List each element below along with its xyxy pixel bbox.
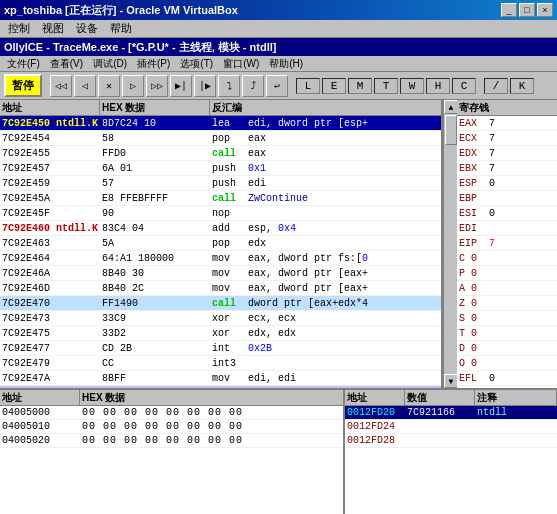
disasm-row[interactable]: 7C92E45F 90 nop (0, 206, 441, 221)
stack-row[interactable]: 0012FD24 (345, 420, 557, 434)
stack-row[interactable]: 0012FD28 (345, 434, 557, 448)
mem-hex: 00 00 00 00 00 00 00 00 (80, 435, 343, 446)
disasm-hex: 8D7C24 10 (100, 118, 210, 129)
disasm-row[interactable]: 7C92E45A E8 FFEBFFFF call ZwContinue (0, 191, 441, 206)
toolbar-btn-4[interactable]: ▷ (122, 75, 144, 97)
toolbar-btn-10[interactable]: ↩ (266, 75, 288, 97)
mem-row[interactable]: 04005000 00 00 00 00 00 00 00 00 (0, 406, 343, 420)
reg-row: ECX7 (457, 131, 557, 146)
virtualbox-menubar: 控制 视图 设备 帮助 (0, 20, 557, 38)
disasm-row[interactable]: 7C92E475 33D2 xor edx, edx (0, 326, 441, 341)
menu-control[interactable]: 控制 (2, 20, 36, 37)
stack-row[interactable]: 0012FD20 7C921166 ntdll (345, 406, 557, 420)
toolbar-label-m[interactable]: M (348, 78, 372, 94)
menu-view[interactable]: 视图 (36, 20, 70, 37)
reg-row: ESP0 (457, 176, 557, 191)
disasm-row[interactable]: 7C92E454 58 pop eax (0, 131, 441, 146)
disasm-row[interactable]: 7C92E457 6A 01 push 0x1 (0, 161, 441, 176)
disasm-row[interactable]: 7C92E473 33C9 xor ecx, ecx (0, 311, 441, 326)
toolbar-btn-2[interactable]: ◁ (74, 75, 96, 97)
toolbar-label-k[interactable]: K (510, 78, 534, 94)
disasm-row[interactable]: 7C92E455 FFD0 call eax (0, 146, 441, 161)
toolbar-label-c[interactable]: C (452, 78, 476, 94)
submenu-debug[interactable]: 调试(D) (88, 57, 132, 71)
disasm-hex: 90 (100, 208, 210, 219)
toolbar-btn-9[interactable]: ⤴ (242, 75, 264, 97)
disasm-addr: 7C92E479 (0, 358, 100, 369)
scroll-down[interactable]: ▼ (444, 374, 458, 388)
maximize-button[interactable]: □ (519, 3, 535, 17)
disasm-addr: 7C92E463 (0, 238, 100, 249)
menu-help[interactable]: 帮助 (104, 20, 138, 37)
submenu-options[interactable]: 选项(T) (175, 57, 218, 71)
reg-row: EBP (457, 191, 557, 206)
disasm-row[interactable]: 7C92E463 5A pop edx (0, 236, 441, 251)
disasm-hex: 33C9 (100, 313, 210, 324)
disasm-asm: lea edi, dword ptr [esp+ (210, 118, 441, 129)
disasm-asm: pop edx (210, 238, 441, 249)
reg-row: EFL0 (457, 371, 557, 386)
reg-row: EAX7 (457, 116, 557, 131)
toolbar-label-w[interactable]: W (400, 78, 424, 94)
scroll-track[interactable] (444, 114, 457, 374)
disasm-asm: int 0x2B (210, 343, 441, 354)
close-button[interactable]: × (537, 3, 553, 17)
disasm-row[interactable]: 7C92E47A 8BFF mov edi, edi (0, 371, 441, 386)
disasm-asm: mov eax, dword ptr fs:[0 (210, 253, 441, 264)
disasm-addr: 7C92E477 (0, 343, 100, 354)
scroll-up[interactable]: ▲ (444, 100, 458, 114)
toolbar-btn-7[interactable]: |▶ (194, 75, 216, 97)
toolbar-label-l[interactable]: L (296, 78, 320, 94)
disasm-row[interactable]: 7C92E47C ntdll.K 8B4C24 04 mov ecx, dwor… (0, 386, 441, 388)
reg-row: EBX7 (457, 161, 557, 176)
mem-row[interactable]: 04005010 00 00 00 00 00 00 00 00 (0, 420, 343, 434)
stack-val: 7C921166 (405, 407, 475, 418)
toolbar-btn-6[interactable]: ▶| (170, 75, 192, 97)
reg-row: EDX7 (457, 146, 557, 161)
disasm-row[interactable]: 7C92E460 ntdll.K 83C4 04 add esp, 0x4 (0, 221, 441, 236)
disasm-header: 地址 HEX 数据 反汇编 (0, 100, 441, 116)
minimize-button[interactable]: _ (501, 3, 517, 17)
disasm-row[interactable]: 7C92E479 CC int3 (0, 356, 441, 371)
submenu-file[interactable]: 文件(F) (2, 57, 45, 71)
disasm-addr: 7C92E46D (0, 283, 100, 294)
disasm-hex: 8B40 30 (100, 268, 210, 279)
disasm-addr: 7C92E460 ntdll.K (0, 223, 100, 234)
disasm-hex: CD 2B (100, 343, 210, 354)
disasm-scrollbar[interactable]: ▲ ▼ (443, 100, 457, 388)
toolbar-btn-5[interactable]: ▷▷ (146, 75, 168, 97)
disasm-asm: push 0x1 (210, 163, 441, 174)
disasm-row[interactable]: 7C92E450 ntdll.K 8D7C24 10 lea edi, dwor… (0, 116, 441, 131)
toolbar: 暂停 ◁◁ ◁ ✕ ▷ ▷▷ ▶| |▶ ⤵ ⤴ ↩ L E M T W H C… (0, 72, 557, 100)
disasm-row[interactable]: 7C92E470 FF1490 call dword ptr [eax+edx*… (0, 296, 441, 311)
toolbar-label-slash[interactable]: / (484, 78, 508, 94)
submenu-window[interactable]: 窗口(W) (218, 57, 264, 71)
toolbar-label-e[interactable]: E (322, 78, 346, 94)
mem-row[interactable]: 04005020 00 00 00 00 00 00 00 00 (0, 434, 343, 448)
stop-button[interactable]: 暂停 (4, 74, 42, 97)
disasm-hex: 8BFF (100, 373, 210, 384)
disasm-row[interactable]: 7C92E46A 8B40 30 mov eax, dword ptr [eax… (0, 266, 441, 281)
submenu-view[interactable]: 查看(V) (45, 57, 88, 71)
disasm-addr: 7C92E457 (0, 163, 100, 174)
toolbar-btn-8[interactable]: ⤵ (218, 75, 240, 97)
scroll-thumb[interactable] (445, 115, 457, 145)
window-controls[interactable]: _ □ × (501, 3, 553, 17)
mem-hex: 00 00 00 00 00 00 00 00 (80, 421, 343, 432)
disasm-hex: E8 FFEBFFFF (100, 193, 210, 204)
disasm-asm: call dword ptr [eax+edx*4 (210, 298, 441, 309)
toolbar-label-t[interactable]: T (374, 78, 398, 94)
disasm-asm: add esp, 0x4 (210, 223, 441, 234)
disasm-row[interactable]: 7C92E46D 8B40 2C mov eax, dword ptr [eax… (0, 281, 441, 296)
reg-row: EIP7 (457, 236, 557, 251)
disasm-row[interactable]: 7C92E477 CD 2B int 0x2B (0, 341, 441, 356)
disasm-row[interactable]: 7C92E464 64:A1 180000 mov eax, dword ptr… (0, 251, 441, 266)
toolbar-btn-1[interactable]: ◁◁ (50, 75, 72, 97)
toolbar-btn-3[interactable]: ✕ (98, 75, 120, 97)
menu-devices[interactable]: 设备 (70, 20, 104, 37)
col-header-asm: 反汇编 (210, 100, 441, 115)
disasm-row[interactable]: 7C92E459 57 push edi (0, 176, 441, 191)
submenu-plugins[interactable]: 插件(P) (132, 57, 175, 71)
toolbar-label-h[interactable]: H (426, 78, 450, 94)
submenu-help[interactable]: 帮助(H) (264, 57, 308, 71)
